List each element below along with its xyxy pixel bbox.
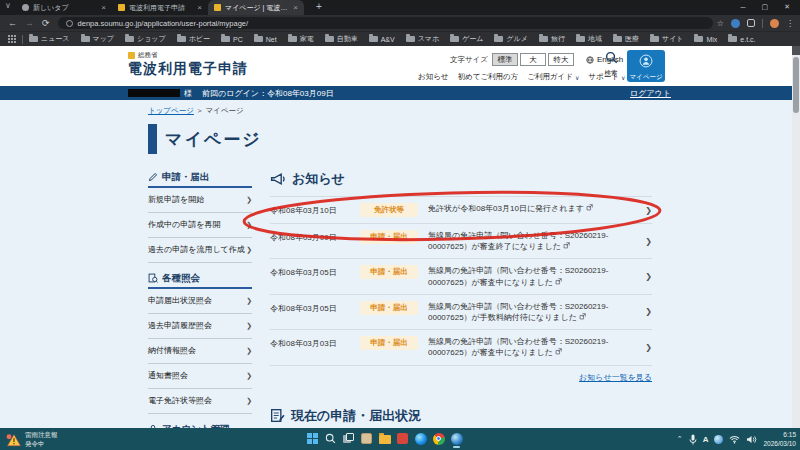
refresh-icon[interactable]: ⟳ — [42, 18, 50, 28]
folder-icon — [254, 36, 263, 42]
font-size-label: 文字サイズ — [450, 55, 488, 65]
new-tab-button[interactable]: + — [316, 1, 322, 12]
clock[interactable]: 6:15 2026/03/10 — [763, 430, 796, 448]
bookmark-folder[interactable]: ゲーム — [450, 34, 483, 44]
megaphone-icon — [270, 172, 286, 186]
extension-icon[interactable] — [731, 19, 740, 28]
wifi-icon[interactable] — [729, 435, 740, 444]
tab-close-icon[interactable]: × — [101, 3, 106, 12]
browser-tab[interactable]: 新しいタブ × — [16, 0, 112, 15]
side-panel-icon[interactable] — [747, 19, 755, 27]
bookmark-folder[interactable]: Mix — [694, 36, 717, 43]
notice-row[interactable]: 令和08年03月05日 申請・届出 無線局の免許申請（問い合わせ番号：S2026… — [270, 259, 652, 294]
bookmark-folder[interactable]: 医療 — [613, 34, 639, 44]
start-button[interactable] — [306, 432, 319, 445]
mypage-button[interactable]: マイページ — [627, 50, 665, 82]
tab-close-icon[interactable]: × — [293, 3, 298, 12]
notices-see-all-link[interactable]: お知らせ一覧を見る — [579, 373, 652, 382]
address-bar[interactable]: denpa.soumu.go.jp/application/user-porta… — [58, 17, 713, 29]
main-column: お知らせ 令和08年03月10日 免許状等 免許状が令和08年03月10日に発行… — [270, 170, 652, 428]
profile-avatar[interactable] — [770, 19, 779, 28]
folder-icon — [576, 36, 585, 42]
font-size-button[interactable]: 大 — [520, 53, 546, 66]
chrome-browser-button[interactable] — [432, 432, 445, 445]
minimize-button[interactable]: ─ — [741, 4, 746, 11]
font-size-button[interactable]: 特大 — [548, 53, 574, 66]
sidebar-item[interactable]: 電子免許状等照会 ❯ — [148, 389, 252, 414]
bookmark-folder[interactable]: e.t.c. — [728, 36, 755, 43]
tab-favicon — [118, 4, 125, 11]
maximize-button[interactable]: ▢ — [762, 3, 769, 11]
tray-chevron-icon[interactable]: ⌃ — [677, 435, 683, 443]
logout-link[interactable]: ログアウト — [630, 88, 671, 99]
sidebar-item[interactable]: 納付情報照会 ❯ — [148, 339, 252, 364]
tray-app-icon[interactable] — [714, 435, 723, 444]
chevron-right-icon: ❯ — [645, 307, 652, 316]
bookmark-star-icon[interactable]: ☆ — [717, 19, 724, 28]
notice-text-label: 無線局の免許申請（問い合わせ番号：S20260219-00007625）が審査終… — [428, 231, 608, 251]
mail-app-button[interactable] — [396, 432, 409, 445]
folder-icon — [728, 36, 737, 42]
tab-close-icon[interactable]: × — [197, 3, 202, 12]
notice-date: 令和08年03月03日 — [270, 336, 360, 349]
task-view-button[interactable] — [342, 432, 355, 445]
header-nav-item[interactable]: 初めてご利用の方 ∨ — [458, 72, 519, 82]
site-info-icon[interactable] — [66, 20, 73, 27]
bookmark-folder[interactable]: マップ — [81, 34, 115, 44]
sidebar-item[interactable]: 過去の申請を流用して作成 ❯ — [148, 238, 252, 263]
bookmark-folder[interactable]: ニュース — [29, 34, 70, 44]
bookmark-folder[interactable]: A&V — [369, 36, 395, 43]
sidebar-item[interactable]: 新規申請を開始 ❯ — [148, 188, 252, 213]
bookmark-label: ショップ — [137, 34, 166, 44]
chevron-right-icon: ❯ — [246, 397, 252, 405]
bookmark-folder[interactable]: 地域 — [576, 34, 602, 44]
notice-row[interactable]: 令和08年03月03日 申請・届出 無線局の免許申請（問い合わせ番号：S2026… — [270, 330, 652, 365]
folder-icon — [325, 36, 334, 42]
sidebar-item[interactable]: 通知書照会 ❯ — [148, 364, 252, 389]
bookmark-folder[interactable]: グルメ — [494, 34, 528, 44]
bookmark-folder[interactable]: Net — [254, 36, 277, 43]
breadcrumb-home-link[interactable]: トップページ — [148, 106, 194, 115]
back-icon[interactable]: ← — [8, 18, 17, 28]
apps-grid-icon[interactable] — [8, 35, 16, 43]
header-nav-item[interactable]: お知らせ ∨ — [418, 72, 449, 82]
widgets-button[interactable] — [360, 432, 373, 445]
weather-widget[interactable]: 雷雨注意報 発令中 — [6, 431, 58, 449]
notice-category-badge: 申請・届出 — [360, 265, 418, 279]
bookmark-folder[interactable]: スマホ — [406, 34, 440, 44]
close-button[interactable]: ✕ — [784, 3, 790, 11]
header-nav-item[interactable]: ご利用ガイド ∨ — [527, 72, 579, 82]
font-size-button[interactable]: 標準 — [492, 53, 518, 66]
browser-menu-icon[interactable]: ⋮ — [786, 19, 794, 28]
bookmark-folder[interactable]: サイト — [650, 34, 684, 44]
browser-tab[interactable]: マイページ | 電波利用電子申請 × — [208, 0, 304, 15]
sidebar-item[interactable]: 申請届出状況照会 ❯ — [148, 289, 252, 314]
active-app-button[interactable] — [450, 432, 463, 445]
volume-icon[interactable] — [746, 435, 757, 444]
microphone-icon[interactable] — [689, 434, 697, 445]
bookmark-folder[interactable]: 旅行 — [539, 34, 565, 44]
header-search[interactable]: 検索 — [600, 50, 622, 78]
window-controls: ─ ▢ ✕ — [741, 0, 800, 14]
file-explorer-button[interactable] — [378, 432, 391, 445]
bookmark-folder[interactable]: 家電 — [288, 34, 314, 44]
sidebar-item-label: 通知書照会 — [148, 372, 246, 381]
tab-search-chevron-icon[interactable]: ∨ — [5, 1, 11, 10]
notice-row[interactable]: 令和08年03月05日 申請・届出 無線局の免許申請（問い合わせ番号：S2026… — [270, 295, 652, 330]
sidebar-item[interactable]: 作成中の申請を再開 ❯ — [148, 213, 252, 238]
sidebar-item[interactable]: 過去申請履歴照会 ❯ — [148, 314, 252, 339]
notice-row[interactable]: 令和08年03月10日 免許状等 免許状が令和08年03月10日に発行されます … — [270, 197, 652, 224]
notice-row[interactable]: 令和08年03月09日 申請・届出 無線局の免許申請（問い合わせ番号：S2026… — [270, 224, 652, 259]
bookmark-folder[interactable]: 自動車 — [325, 34, 358, 44]
bookmark-folder[interactable]: ホビー — [177, 34, 210, 44]
browser-tab[interactable]: 電波利用電子申請 × — [112, 0, 208, 15]
bookmark-label: マップ — [93, 34, 115, 44]
bookmark-folder[interactable]: ショップ — [125, 34, 166, 44]
bookmark-label: ニュース — [41, 34, 70, 44]
taskbar-search-icon[interactable] — [324, 432, 337, 445]
bookmark-folder[interactable]: PC — [221, 36, 243, 43]
scrollbar-thumb[interactable] — [793, 57, 799, 113]
forward-icon[interactable]: → — [25, 18, 34, 28]
ime-indicator[interactable]: A — [703, 435, 709, 444]
edge-browser-button[interactable] — [414, 432, 427, 445]
